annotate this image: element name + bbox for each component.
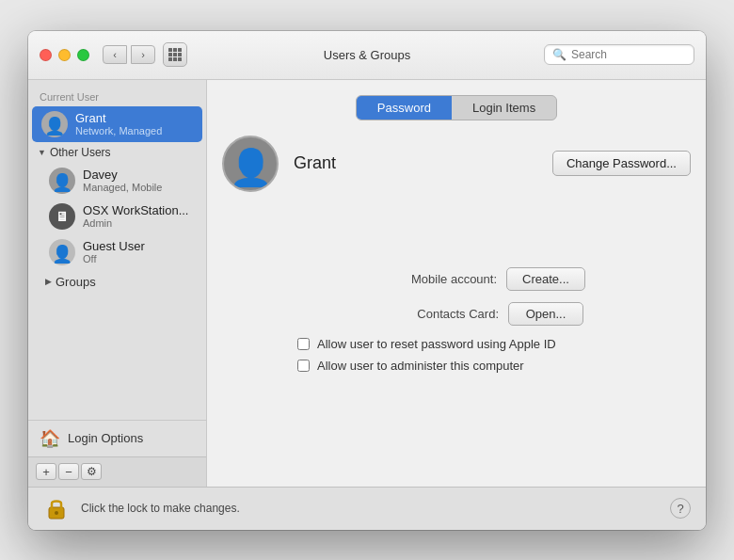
minimize-button[interactable] (58, 49, 71, 61)
groups-section[interactable]: ▶ Groups (28, 270, 206, 294)
traffic-lights (40, 49, 89, 61)
detail-name: Grant (294, 153, 537, 173)
tab-bar: Password Login Items (222, 95, 691, 120)
tab-login-items[interactable]: Login Items (452, 96, 556, 120)
other-users-header[interactable]: ▼ Other Users (28, 142, 206, 163)
user-icon: 👤 (52, 244, 72, 264)
groups-label: Groups (56, 275, 96, 289)
contacts-card-row: Contacts Card: Open... (222, 302, 691, 326)
user-icon: 👤 (44, 116, 65, 136)
user-icon: 👤 (52, 172, 72, 193)
footer: Click the lock to make changes. ? (28, 487, 706, 530)
tabs-container: Password Login Items (356, 95, 557, 120)
help-button[interactable]: ? (670, 498, 691, 519)
checkbox-apple-id-row: Allow user to reset password using Apple… (222, 337, 691, 351)
user-name-guest: Guest User (83, 239, 145, 253)
change-password-button[interactable]: Change Password... (552, 151, 691, 176)
user-info-osx: OSX WorkStation... Admin (83, 203, 188, 229)
svg-point-1 (55, 511, 58, 515)
home-icon: 🏠 (40, 428, 60, 449)
user-info-davey: Davey Managed, Mobile (83, 168, 162, 193)
nav-buttons: ‹ › (103, 45, 155, 64)
login-options-item[interactable]: 🏠 Login Options (28, 420, 206, 456)
avatar-grant: 👤 (41, 111, 68, 137)
contacts-card-label: Contacts Card: (329, 307, 499, 321)
user-sub-davey: Managed, Mobile (83, 182, 162, 193)
sidebar-item-grant[interactable]: 👤 Grant Network, Managed (32, 106, 202, 142)
tab-password[interactable]: Password (357, 96, 452, 120)
titlebar: ‹ › Users & Groups 🔍 (28, 31, 706, 80)
checkbox-admin[interactable] (297, 360, 310, 372)
user-sub-grant: Network, Managed (75, 125, 162, 136)
search-icon: 🔍 (552, 48, 566, 61)
grid-icon (168, 48, 182, 61)
sidebar-item-guest[interactable]: 👤 Guest User Off (28, 234, 206, 270)
open-button[interactable]: Open... (508, 302, 583, 326)
checkbox-admin-row: Allow user to administer this computer (222, 359, 691, 373)
sidebar-toolbar: + − ⚙ (28, 456, 206, 487)
forward-button[interactable]: › (131, 45, 155, 64)
mobile-account-label: Mobile account: (327, 272, 497, 286)
chevron-right-icon: ▶ (45, 277, 52, 286)
search-input[interactable] (571, 48, 686, 61)
checkbox-apple-id-label: Allow user to reset password using Apple… (317, 337, 556, 351)
checkbox-admin-label: Allow user to administer this computer (317, 359, 524, 373)
main-body: Current User 👤 Grant Network, Managed ▼ … (28, 80, 706, 487)
app-window: ‹ › Users & Groups 🔍 Current User (28, 31, 706, 530)
user-info-guest: Guest User Off (83, 239, 145, 264)
remove-button[interactable]: − (58, 463, 79, 480)
chevron-down-icon: ▼ (38, 148, 46, 157)
avatar-guest: 👤 (49, 239, 75, 265)
window-title: Users & Groups (324, 48, 410, 62)
avatar-davey: 👤 (49, 168, 75, 194)
current-user-label: Current User (28, 88, 206, 106)
lock-icon[interactable] (43, 495, 70, 521)
user-name-grant: Grant (75, 111, 162, 125)
content-area: Password Login Items 👤 Grant Change Pass… (207, 80, 706, 487)
sidebar: Current User 👤 Grant Network, Managed ▼ … (28, 80, 207, 487)
checkbox-apple-id[interactable] (297, 338, 310, 350)
user-sub-guest: Off (83, 253, 145, 264)
other-users-label: Other Users (50, 146, 111, 159)
user-sub-osx: Admin (83, 217, 188, 229)
sidebar-item-osx[interactable]: 🖥 OSX WorkStation... Admin (28, 199, 206, 234)
create-button[interactable]: Create... (506, 267, 585, 291)
sidebar-item-davey[interactable]: 👤 Davey Managed, Mobile (28, 163, 206, 199)
gear-button[interactable]: ⚙ (81, 463, 102, 480)
user-name-davey: Davey (83, 168, 162, 182)
avatar-osx: 🖥 (49, 203, 75, 230)
lock-svg (45, 495, 68, 521)
login-options-label: Login Options (68, 431, 143, 445)
sidebar-content: Current User 👤 Grant Network, Managed ▼ … (28, 80, 206, 420)
mobile-account-row: Mobile account: Create... (222, 267, 691, 291)
grid-view-button[interactable] (163, 42, 187, 67)
user-info-grant: Grant Network, Managed (75, 111, 162, 136)
footer-text: Click the lock to make changes. (81, 502, 240, 515)
add-button[interactable]: + (36, 463, 56, 480)
large-avatar: 👤 (222, 136, 279, 192)
user-detail: 👤 Grant Change Password... (222, 136, 691, 192)
user-name-osx: OSX WorkStation... (83, 203, 188, 217)
maximize-button[interactable] (77, 49, 89, 61)
close-button[interactable] (40, 49, 52, 61)
large-user-icon: 👤 (229, 147, 273, 188)
search-box[interactable]: 🔍 (544, 44, 694, 65)
back-button[interactable]: ‹ (103, 45, 127, 64)
